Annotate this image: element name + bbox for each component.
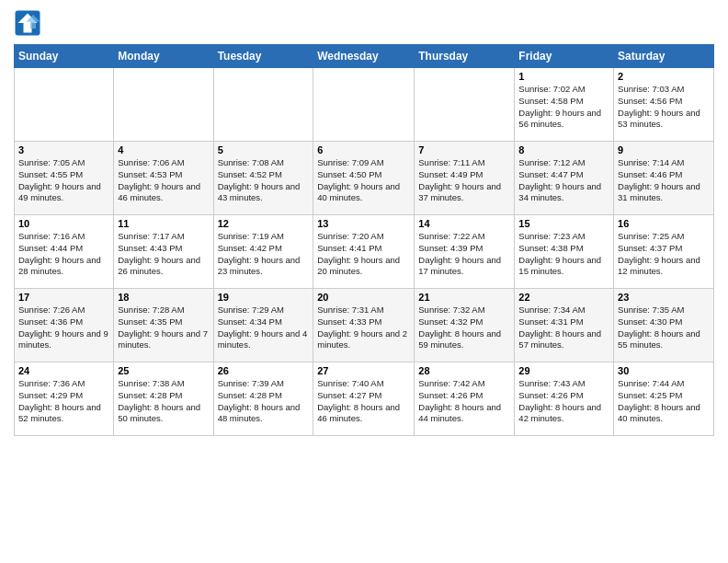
logo-icon (14, 9, 41, 37)
day-number: 17 (18, 292, 109, 303)
day-number: 9 (618, 144, 710, 155)
day-cell: 14Sunrise: 7:22 AMSunset: 4:39 PMDayligh… (415, 215, 515, 289)
day-number: 13 (317, 218, 410, 229)
day-number: 26 (218, 365, 310, 376)
week-row-2: 3Sunrise: 7:05 AMSunset: 4:55 PMDaylight… (15, 142, 714, 215)
day-cell: 19Sunrise: 7:29 AMSunset: 4:34 PMDayligh… (213, 289, 313, 362)
weekday-monday: Monday (114, 45, 213, 68)
day-number: 22 (518, 292, 609, 303)
day-cell: 18Sunrise: 7:28 AMSunset: 4:35 PMDayligh… (114, 289, 213, 362)
day-cell (114, 68, 213, 142)
day-info: Sunrise: 7:03 AMSunset: 4:56 PMDaylight:… (618, 84, 710, 131)
day-info: Sunrise: 7:17 AMSunset: 4:43 PMDaylight:… (118, 231, 209, 278)
week-row-3: 10Sunrise: 7:16 AMSunset: 4:44 PMDayligh… (15, 215, 714, 289)
day-info: Sunrise: 7:08 AMSunset: 4:52 PMDaylight:… (218, 157, 310, 204)
day-info: Sunrise: 7:29 AMSunset: 4:34 PMDaylight:… (218, 304, 310, 351)
day-info: Sunrise: 7:36 AMSunset: 4:29 PMDaylight:… (18, 378, 109, 425)
day-cell: 15Sunrise: 7:23 AMSunset: 4:38 PMDayligh… (515, 215, 614, 289)
weekday-saturday: Saturday (614, 45, 714, 68)
day-cell (213, 68, 313, 142)
day-number: 5 (218, 144, 310, 155)
day-cell: 7Sunrise: 7:11 AMSunset: 4:49 PMDaylight… (415, 142, 515, 215)
day-info: Sunrise: 7:12 AMSunset: 4:47 PMDaylight:… (518, 157, 609, 204)
day-info: Sunrise: 7:20 AMSunset: 4:41 PMDaylight:… (317, 231, 410, 278)
day-number: 16 (618, 218, 710, 229)
day-cell: 29Sunrise: 7:43 AMSunset: 4:26 PMDayligh… (515, 362, 614, 436)
day-cell: 12Sunrise: 7:19 AMSunset: 4:42 PMDayligh… (213, 215, 313, 289)
day-number: 3 (18, 144, 109, 155)
day-cell: 27Sunrise: 7:40 AMSunset: 4:27 PMDayligh… (313, 362, 415, 436)
header (14, 9, 714, 37)
week-row-4: 17Sunrise: 7:26 AMSunset: 4:36 PMDayligh… (15, 289, 714, 362)
day-info: Sunrise: 7:25 AMSunset: 4:37 PMDaylight:… (618, 231, 710, 278)
day-number: 20 (317, 292, 410, 303)
day-number: 10 (18, 218, 109, 229)
day-number: 28 (418, 365, 510, 376)
weekday-wednesday: Wednesday (313, 45, 415, 68)
day-number: 19 (218, 292, 310, 303)
day-number: 12 (218, 218, 310, 229)
day-cell: 5Sunrise: 7:08 AMSunset: 4:52 PMDaylight… (213, 142, 313, 215)
day-cell: 1Sunrise: 7:02 AMSunset: 4:58 PMDaylight… (515, 68, 614, 142)
day-number: 4 (118, 144, 209, 155)
day-info: Sunrise: 7:19 AMSunset: 4:42 PMDaylight:… (218, 231, 310, 278)
day-info: Sunrise: 7:28 AMSunset: 4:35 PMDaylight:… (118, 304, 209, 351)
day-cell (313, 68, 415, 142)
day-number: 1 (518, 71, 609, 82)
weekday-tuesday: Tuesday (213, 45, 313, 68)
weekday-sunday: Sunday (15, 45, 114, 68)
day-number: 25 (118, 365, 209, 376)
day-number: 21 (418, 292, 510, 303)
day-cell: 20Sunrise: 7:31 AMSunset: 4:33 PMDayligh… (313, 289, 415, 362)
day-number: 2 (618, 71, 710, 82)
day-info: Sunrise: 7:11 AMSunset: 4:49 PMDaylight:… (418, 157, 510, 204)
day-info: Sunrise: 7:26 AMSunset: 4:36 PMDaylight:… (18, 304, 109, 351)
day-cell (15, 68, 114, 142)
day-cell: 16Sunrise: 7:25 AMSunset: 4:37 PMDayligh… (614, 215, 714, 289)
day-number: 15 (518, 218, 609, 229)
day-cell: 8Sunrise: 7:12 AMSunset: 4:47 PMDaylight… (515, 142, 614, 215)
day-info: Sunrise: 7:44 AMSunset: 4:25 PMDaylight:… (618, 378, 710, 425)
weekday-thursday: Thursday (415, 45, 515, 68)
day-cell: 6Sunrise: 7:09 AMSunset: 4:50 PMDaylight… (313, 142, 415, 215)
day-cell: 30Sunrise: 7:44 AMSunset: 4:25 PMDayligh… (614, 362, 714, 436)
day-info: Sunrise: 7:31 AMSunset: 4:33 PMDaylight:… (317, 304, 410, 351)
day-info: Sunrise: 7:09 AMSunset: 4:50 PMDaylight:… (317, 157, 410, 204)
day-info: Sunrise: 7:16 AMSunset: 4:44 PMDaylight:… (18, 231, 109, 278)
logo (14, 9, 45, 37)
day-info: Sunrise: 7:02 AMSunset: 4:58 PMDaylight:… (518, 84, 609, 131)
day-info: Sunrise: 7:23 AMSunset: 4:38 PMDaylight:… (518, 231, 609, 278)
day-info: Sunrise: 7:32 AMSunset: 4:32 PMDaylight:… (418, 304, 510, 351)
day-number: 27 (317, 365, 410, 376)
day-cell: 13Sunrise: 7:20 AMSunset: 4:41 PMDayligh… (313, 215, 415, 289)
page: SundayMondayTuesdayWednesdayThursdayFrid… (0, 0, 728, 563)
day-number: 29 (518, 365, 609, 376)
weekday-header-row: SundayMondayTuesdayWednesdayThursdayFrid… (15, 45, 714, 68)
day-cell: 10Sunrise: 7:16 AMSunset: 4:44 PMDayligh… (15, 215, 114, 289)
day-cell: 24Sunrise: 7:36 AMSunset: 4:29 PMDayligh… (15, 362, 114, 436)
day-cell: 17Sunrise: 7:26 AMSunset: 4:36 PMDayligh… (15, 289, 114, 362)
day-info: Sunrise: 7:39 AMSunset: 4:28 PMDaylight:… (218, 378, 310, 425)
week-row-1: 1Sunrise: 7:02 AMSunset: 4:58 PMDaylight… (15, 68, 714, 142)
day-info: Sunrise: 7:22 AMSunset: 4:39 PMDaylight:… (418, 231, 510, 278)
calendar-table: SundayMondayTuesdayWednesdayThursdayFrid… (14, 44, 714, 436)
day-info: Sunrise: 7:34 AMSunset: 4:31 PMDaylight:… (518, 304, 609, 351)
day-cell: 11Sunrise: 7:17 AMSunset: 4:43 PMDayligh… (114, 215, 213, 289)
day-number: 6 (317, 144, 410, 155)
week-row-5: 24Sunrise: 7:36 AMSunset: 4:29 PMDayligh… (15, 362, 714, 436)
day-info: Sunrise: 7:06 AMSunset: 4:53 PMDaylight:… (118, 157, 209, 204)
day-number: 18 (118, 292, 209, 303)
day-number: 23 (618, 292, 710, 303)
day-cell: 28Sunrise: 7:42 AMSunset: 4:26 PMDayligh… (415, 362, 515, 436)
weekday-friday: Friday (515, 45, 614, 68)
day-number: 7 (418, 144, 510, 155)
day-cell: 3Sunrise: 7:05 AMSunset: 4:55 PMDaylight… (15, 142, 114, 215)
day-number: 30 (618, 365, 710, 376)
day-info: Sunrise: 7:05 AMSunset: 4:55 PMDaylight:… (18, 157, 109, 204)
day-info: Sunrise: 7:35 AMSunset: 4:30 PMDaylight:… (618, 304, 710, 351)
day-cell: 4Sunrise: 7:06 AMSunset: 4:53 PMDaylight… (114, 142, 213, 215)
day-cell: 25Sunrise: 7:38 AMSunset: 4:28 PMDayligh… (114, 362, 213, 436)
day-number: 24 (18, 365, 109, 376)
day-cell (415, 68, 515, 142)
day-cell: 22Sunrise: 7:34 AMSunset: 4:31 PMDayligh… (515, 289, 614, 362)
